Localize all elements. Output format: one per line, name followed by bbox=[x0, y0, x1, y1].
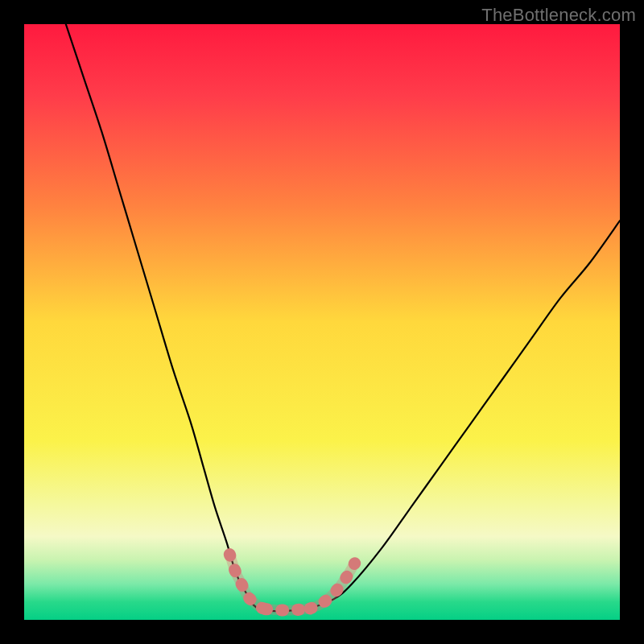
bottleneck-chart bbox=[0, 0, 644, 644]
chart-container: TheBottleneck.com bbox=[0, 0, 644, 644]
bottleneck-marker-bottom bbox=[266, 609, 311, 610]
plot-area bbox=[24, 24, 620, 620]
watermark-text: TheBottleneck.com bbox=[481, 5, 636, 26]
